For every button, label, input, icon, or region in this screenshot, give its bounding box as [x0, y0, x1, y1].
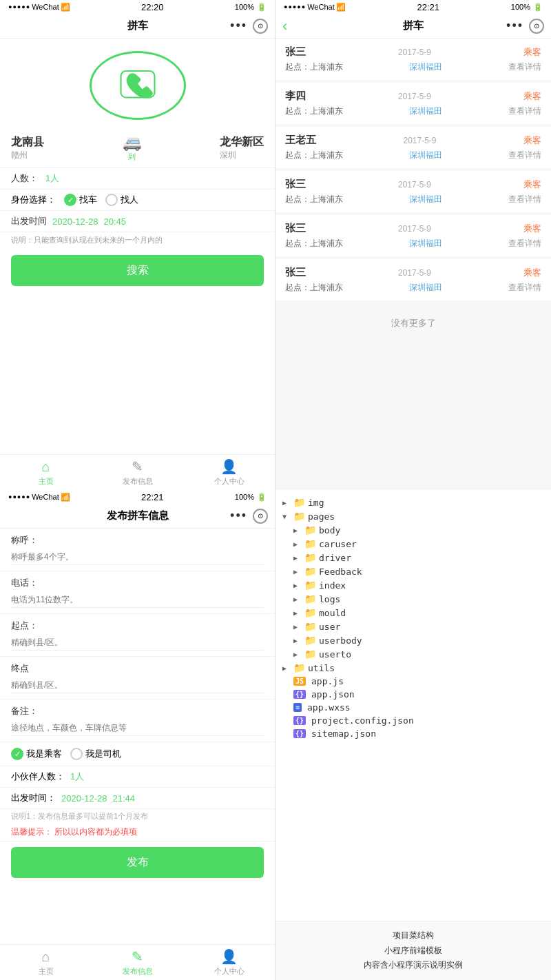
search-note: 说明：只能查询到从现在到未来的一个月内的 — [0, 232, 275, 248]
ride-detail-4[interactable]: 查看详情 — [508, 238, 541, 249]
tree-item-userbody[interactable]: ▶ 📁 userbody — [276, 633, 551, 647]
phone-input[interactable] — [11, 592, 264, 608]
ride-date-1: 2017-5-9 — [398, 92, 431, 101]
notes-input[interactable] — [11, 720, 264, 736]
tab-profile-3[interactable]: 👤 个人中心 — [183, 945, 275, 980]
screen1-search: ●●●●● WeChat 📶 22:20 100% 🔋 拼车 ••• ⊙ — [0, 0, 276, 490]
ride-name-1: 李四 — [285, 90, 306, 103]
ride-item-0[interactable]: 张三 2017-5-9 乘客 起点：上海浦东 深圳福田 查看详情 — [276, 39, 551, 80]
nav-bar-1: 拼车 ••• ⊙ — [0, 14, 275, 39]
screen3-publish: ●●●●● WeChat 📶 22:21 100% 🔋 发布拼车信息 ••• ⊙… — [0, 490, 276, 980]
tree-arrow-userto: ▶ — [293, 651, 302, 658]
tree-label-user: user — [319, 622, 340, 632]
driver-option[interactable]: 我是司机 — [70, 748, 121, 760]
folder-icon-utils: 📁 — [293, 662, 305, 673]
tree-item-logs[interactable]: ▶ 📁 logs — [276, 592, 551, 606]
find-car-radio[interactable] — [64, 194, 76, 206]
folder-icon-logs: 📁 — [304, 593, 316, 604]
tree-item-mould[interactable]: ▶ 📁 mould — [276, 606, 551, 620]
find-car-option[interactable]: 找车 — [64, 194, 97, 206]
folder-icon-feedback: 📁 — [304, 566, 316, 577]
passenger-option[interactable]: 我是乘客 — [11, 748, 62, 760]
origin-input[interactable] — [11, 635, 264, 651]
driver-radio[interactable] — [70, 748, 83, 760]
phone-hero — [0, 39, 275, 128]
ride-dest-3: 深圳福田 — [409, 194, 442, 205]
tree-item-feedback[interactable]: ▶ 📁 Feedback — [276, 564, 551, 578]
tree-item-sitemapjson[interactable]: {} sitemap.json — [276, 727, 551, 740]
ride-item-1[interactable]: 李四 2017-5-9 乘客 起点：上海浦东 深圳福田 查看详情 — [276, 83, 551, 124]
tree-item-index[interactable]: ▶ 📁 index — [276, 578, 551, 592]
tab-home-3[interactable]: ⌂ 主页 — [0, 945, 92, 980]
dest-province: 深圳 — [220, 150, 264, 161]
tab-post-3[interactable]: ✎ 发布信息 — [92, 945, 183, 980]
tree-item-utils[interactable]: ▶ 📁 utils — [276, 661, 551, 675]
tree-label-index: index — [319, 580, 346, 591]
origin-field: 起点： — [0, 614, 275, 657]
find-person-option[interactable]: 找人 — [105, 194, 138, 206]
nav-title-1: 拼车 — [127, 19, 148, 32]
tree-item-pages[interactable]: ▼ 📁 pages — [276, 509, 551, 523]
tree-label-userbody: userbody — [319, 635, 362, 646]
tree-item-body[interactable]: ▶ 📁 body — [276, 523, 551, 537]
nav-dots-3[interactable]: ••• — [230, 509, 247, 523]
tree-label-appwxss: app.wxss — [307, 702, 351, 713]
ride-dest-2: 深圳福田 — [409, 150, 442, 161]
tree-arrow-body: ▶ — [293, 527, 302, 534]
folder-icon-img: 📁 — [293, 497, 305, 508]
tree-item-appjson[interactable]: {} app.json — [276, 688, 551, 701]
dest-input[interactable] — [11, 677, 264, 693]
ride-name-5: 张三 — [285, 266, 306, 279]
tree-item-user[interactable]: ▶ 📁 user — [276, 620, 551, 633]
ride-origin-2: 起点：上海浦东 — [285, 150, 343, 161]
tree-item-appjs[interactable]: JS app.js — [276, 675, 551, 688]
depart-date-3: 2020-12-28 — [61, 793, 107, 804]
ride-tag-0: 乘客 — [523, 46, 541, 59]
tree-item-img[interactable]: ▶ 📁 img — [276, 496, 551, 509]
screen2-list: ●●●●● WeChat 📶 22:21 100% 🔋 ‹ 拼车 ••• ⊙ 张… — [276, 0, 551, 490]
ride-origin-4: 起点：上海浦东 — [285, 238, 343, 249]
ride-detail-3[interactable]: 查看详情 — [508, 194, 541, 205]
nav-dots-2[interactable]: ••• — [506, 19, 523, 33]
form-note1: 说明1：发布信息最多可以提前1个月发布 — [0, 809, 275, 824]
ride-detail-1[interactable]: 查看详情 — [508, 105, 541, 117]
tab-home-1[interactable]: ⌂ 主页 — [0, 455, 92, 490]
ride-detail-0[interactable]: 查看详情 — [508, 61, 541, 73]
tree-item-userto[interactable]: ▶ 📁 userto — [276, 647, 551, 661]
origin-province: 赣州 — [11, 150, 44, 161]
tree-item-appwxss[interactable]: ≡ app.wxss — [276, 701, 551, 714]
depart-date: 2020-12-28 — [52, 216, 98, 227]
status-bar-1: ●●●●● WeChat 📶 22:20 100% 🔋 — [0, 0, 275, 14]
time-display: 22:20 — [141, 2, 164, 12]
nav-dots-1[interactable]: ••• — [230, 19, 247, 33]
ride-item-5[interactable]: 张三 2017-5-9 乘客 起点：上海浦东 深圳福田 查看详情 — [276, 259, 551, 300]
ride-detail-5[interactable]: 查看详情 — [508, 282, 541, 294]
search-button[interactable]: 搜索 — [11, 255, 264, 286]
ride-item-3[interactable]: 张三 2017-5-9 乘客 起点：上海浦东 深圳福田 查看详情 — [276, 171, 551, 212]
battery-percent-3: 100% — [235, 493, 254, 501]
tree-item-driver[interactable]: ▶ 📁 driver — [276, 551, 551, 564]
battery-area: 100% 🔋 — [235, 3, 267, 12]
ride-origin-5: 起点：上海浦东 — [285, 282, 343, 294]
back-button[interactable]: ‹ — [282, 17, 287, 35]
nav-circle-1[interactable]: ⊙ — [253, 19, 268, 34]
tab-profile-1[interactable]: 👤 个人中心 — [183, 455, 275, 490]
tree-item-caruser[interactable]: ▶ 📁 caruser — [276, 537, 551, 551]
nav-circle-3[interactable]: ⊙ — [253, 509, 268, 524]
passenger-radio[interactable] — [11, 748, 23, 760]
publish-button[interactable]: 发布 — [11, 847, 264, 878]
file-icon-projectjson: {} — [293, 716, 306, 725]
ride-item-2[interactable]: 王老五 2017-5-9 乘客 起点：上海浦东 深圳福田 查看详情 — [276, 127, 551, 168]
warm-tip: 温馨提示： 所以以内容都为必填项 — [0, 824, 275, 841]
tree-item-projectjson[interactable]: {} project.config.json — [276, 714, 551, 727]
tab-post-1[interactable]: ✎ 发布信息 — [92, 455, 183, 490]
tab-bar-1: ⌂ 主页 ✎ 发布信息 👤 个人中心 — [0, 454, 275, 490]
name-input[interactable] — [11, 549, 264, 565]
nav-circle-2[interactable]: ⊙ — [529, 19, 544, 34]
tree-label-utils: utils — [308, 663, 335, 673]
ride-item-4[interactable]: 张三 2017-5-9 乘客 起点：上海浦东 深圳福田 查看详情 — [276, 215, 551, 256]
ride-detail-2[interactable]: 查看详情 — [508, 150, 541, 161]
tab-home-label: 主页 — [39, 476, 54, 487]
origin-city: 龙南县 — [11, 135, 44, 150]
find-person-radio[interactable] — [105, 194, 118, 206]
